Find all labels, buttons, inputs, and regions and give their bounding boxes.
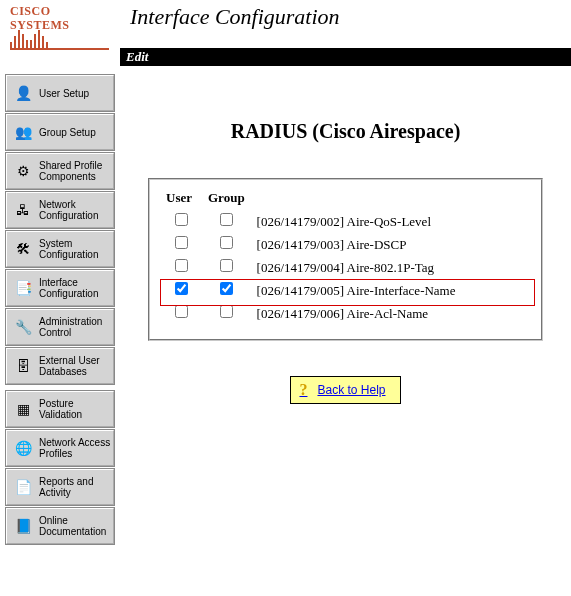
attribute-row: [026/14179/002] Aire-QoS-Level: [160, 210, 531, 233]
attribute-label: [026/14179/003] Aire-DSCP: [251, 233, 531, 256]
col-group: Group: [202, 188, 251, 210]
user-icon: 👤: [10, 80, 36, 106]
sidebar-item-interface-configuration[interactable]: 📑Interface Configuration: [6, 270, 114, 306]
sidebar-item-label: Network Access Profiles: [39, 437, 113, 459]
attr-user-checkbox[interactable]: [175, 213, 188, 226]
interface-icon: 📑: [10, 275, 36, 301]
sidebar-item-user-setup[interactable]: 👤User Setup: [6, 75, 114, 111]
attr-group-checkbox[interactable]: [220, 282, 233, 295]
attribute-label: [026/14179/006] Aire-Acl-Name: [251, 302, 531, 325]
menu-bar-edit[interactable]: Edit: [120, 48, 571, 66]
attribute-label: [026/14179/004] Aire-802.1P-Tag: [251, 256, 531, 279]
sidebar-item-label: Online Documentation: [39, 515, 113, 537]
sidebar: 👤User Setup👥Group Setup⚙Shared Profile C…: [6, 75, 114, 547]
sidebar-item-group-setup[interactable]: 👥Group Setup: [6, 114, 114, 150]
administration-icon: 🔧: [10, 314, 36, 340]
group-icon: 👥: [10, 119, 36, 145]
attribute-panel: User Group [026/14179/002] Aire-QoS-Leve…: [148, 178, 543, 341]
attribute-row: [026/14179/003] Aire-DSCP: [160, 233, 531, 256]
sidebar-item-system-configuration[interactable]: 🛠System Configuration: [6, 231, 114, 267]
attribute-row: [026/14179/004] Aire-802.1P-Tag: [160, 256, 531, 279]
attr-group-checkbox[interactable]: [220, 236, 233, 249]
network-access-icon: 🌐: [10, 435, 36, 461]
sidebar-item-label: Reports and Activity: [39, 476, 113, 498]
attribute-label: [026/14179/005] Aire-Interface-Name: [251, 279, 531, 302]
sidebar-item-external-user-databases[interactable]: 🗄External User Databases: [6, 348, 114, 384]
main-heading: RADIUS (Cisco Airespace): [130, 120, 561, 143]
attribute-row: [026/14179/006] Aire-Acl-Name: [160, 302, 531, 325]
back-to-help-label: Back to Help: [317, 383, 385, 397]
attr-user-checkbox[interactable]: [175, 236, 188, 249]
attr-user-checkbox[interactable]: [175, 259, 188, 272]
back-to-help-button[interactable]: ? Back to Help: [290, 376, 400, 404]
sidebar-item-posture-validation[interactable]: ▦Posture Validation: [6, 391, 114, 427]
online-icon: 📘: [10, 513, 36, 539]
sidebar-item-label: User Setup: [39, 88, 113, 99]
attr-user-checkbox[interactable]: [175, 282, 188, 295]
attribute-row: [026/14179/005] Aire-Interface-Name: [160, 279, 531, 302]
sidebar-item-label: Interface Configuration: [39, 277, 113, 299]
sidebar-item-label: System Configuration: [39, 238, 113, 260]
reports-and-icon: 📄: [10, 474, 36, 500]
attr-user-checkbox[interactable]: [175, 305, 188, 318]
col-user: User: [160, 188, 202, 210]
sidebar-item-online-documentation[interactable]: 📘Online Documentation: [6, 508, 114, 544]
help-icon: ?: [299, 381, 307, 399]
sidebar-item-label: Posture Validation: [39, 398, 113, 420]
sidebar-item-administration-control[interactable]: 🔧Administration Control: [6, 309, 114, 345]
sidebar-item-label: Network Configuration: [39, 199, 113, 221]
sidebar-item-network-configuration[interactable]: 🖧Network Configuration: [6, 192, 114, 228]
system-icon: 🛠: [10, 236, 36, 262]
sidebar-item-label: Group Setup: [39, 127, 113, 138]
sidebar-item-label: External User Databases: [39, 355, 113, 377]
attribute-label: [026/14179/002] Aire-QoS-Level: [251, 210, 531, 233]
attr-group-checkbox[interactable]: [220, 213, 233, 226]
sidebar-item-network-access-profiles[interactable]: 🌐Network Access Profiles: [6, 430, 114, 466]
sidebar-item-label: Administration Control: [39, 316, 113, 338]
sidebar-item-shared-profile-components[interactable]: ⚙Shared Profile Components: [6, 153, 114, 189]
shared-profile-icon: ⚙: [10, 158, 36, 184]
page-title: Interface Configuration: [130, 4, 340, 30]
cisco-logo-bars-icon: [10, 26, 48, 48]
attr-group-checkbox[interactable]: [220, 305, 233, 318]
network-icon: 🖧: [10, 197, 36, 223]
sidebar-item-label: Shared Profile Components: [39, 160, 113, 182]
cisco-logo: CISCO SYSTEMS: [10, 4, 109, 48]
external-user-icon: 🗄: [10, 353, 36, 379]
attr-group-checkbox[interactable]: [220, 259, 233, 272]
posture-icon: ▦: [10, 396, 36, 422]
sidebar-item-reports-and-activity[interactable]: 📄Reports and Activity: [6, 469, 114, 505]
